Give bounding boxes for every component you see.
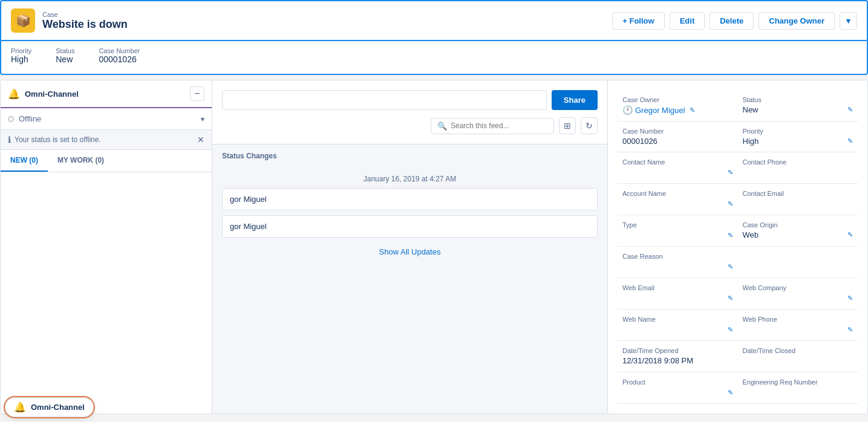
case-reason-field: Case Reason ✎ xyxy=(618,247,738,278)
case-icon: 📦 xyxy=(11,8,35,33)
change-owner-button[interactable]: Change Owner xyxy=(759,12,835,30)
contact-email-value xyxy=(743,199,853,209)
contact-name-field: Contact Name ✎ xyxy=(618,152,738,184)
contact-phone-label: Contact Phone xyxy=(743,158,853,166)
tab-new[interactable]: NEW (0) xyxy=(1,150,48,172)
contact-email-field: Contact Email xyxy=(738,184,858,215)
status-detail-field: Status New ✎ xyxy=(738,90,858,122)
edit-case-origin-icon[interactable]: ✎ xyxy=(847,231,853,239)
case-owner-field: Case Owner 🕐 Gregor Miguel ✎ xyxy=(618,90,738,122)
edit-account-name-icon[interactable]: ✎ xyxy=(728,200,733,208)
delete-button[interactable]: Delete xyxy=(710,12,754,30)
case-title: Website is down xyxy=(42,18,128,31)
engineering-req-label: Engineering Req Number xyxy=(743,378,853,386)
web-phone-field: Web Phone ✎ xyxy=(738,310,858,341)
status-field: Status New xyxy=(56,47,74,64)
feed-top: Share 🔍 ⊞ ↻ xyxy=(212,80,607,144)
case-number-field: Case Number 00001026 xyxy=(99,47,140,64)
case-owner-link[interactable]: Gregor Miguel xyxy=(635,106,685,115)
edit-web-email-icon[interactable]: ✎ xyxy=(728,294,733,302)
web-email-value: ✎ xyxy=(622,293,733,303)
more-actions-button[interactable]: ▾ xyxy=(840,12,857,30)
feed-item-text: gor Miguel xyxy=(230,195,267,204)
feed-item: gor Miguel xyxy=(222,215,598,238)
clock-icon: 🕐 xyxy=(622,105,633,115)
case-meta: Case Website is down xyxy=(42,11,128,31)
edit-product-icon[interactable]: ✎ xyxy=(728,389,733,397)
edit-web-name-icon[interactable]: ✎ xyxy=(728,326,733,334)
type-label: Type xyxy=(622,221,733,229)
edit-case-reason-icon[interactable]: ✎ xyxy=(728,263,733,271)
contact-phone-field: Contact Phone xyxy=(738,152,858,184)
offline-label: Offline xyxy=(19,114,41,123)
feed-input[interactable] xyxy=(222,90,547,110)
share-button[interactable]: Share xyxy=(552,90,598,110)
contact-name-label: Contact Name xyxy=(622,158,733,166)
account-name-value: ✎ xyxy=(622,199,733,209)
edit-status-icon[interactable]: ✎ xyxy=(847,106,853,114)
web-company-field: Web Company ✎ xyxy=(738,278,858,310)
offline-status-left: Offline xyxy=(8,114,41,123)
work-tabs: NEW (0) MY WORK (0) xyxy=(1,150,212,172)
priority-detail-value: High ✎ xyxy=(743,137,853,146)
edit-web-phone-icon[interactable]: ✎ xyxy=(847,326,853,334)
tab-my-work[interactable]: MY WORK (0) xyxy=(48,150,114,172)
type-value: ✎ xyxy=(622,230,733,240)
omni-channel-title: Omni-Channel xyxy=(25,89,79,99)
bottom-omni-channel-bar[interactable]: 🔔 Omni-Channel xyxy=(5,397,94,414)
main-content: 🔔 Omni-Channel − Offline ▾ ℹ Your status… xyxy=(0,80,868,414)
follow-button[interactable]: + Follow xyxy=(612,12,664,30)
omni-channel-title-area: 🔔 Omni-Channel xyxy=(8,88,79,100)
feed-search-box[interactable]: 🔍 xyxy=(431,118,554,134)
bottom-omni-label: Omni-Channel xyxy=(31,403,85,412)
web-phone-label: Web Phone xyxy=(743,316,853,323)
edit-priority-icon[interactable]: ✎ xyxy=(847,137,853,145)
feed-search-input[interactable] xyxy=(451,122,547,130)
case-reason-value: ✎ xyxy=(622,262,733,271)
date-closed-value xyxy=(743,356,853,366)
refresh-icon-button[interactable]: ↻ xyxy=(581,117,598,134)
contact-phone-value xyxy=(743,167,853,177)
status-notice-close-button[interactable]: ✕ xyxy=(197,135,204,144)
search-icon: 🔍 xyxy=(437,122,447,131)
status-detail-label: Status xyxy=(743,96,853,103)
filter-icon-button[interactable]: ⊞ xyxy=(559,117,576,134)
details-panel: Case Owner 🕐 Gregor Miguel ✎ Status New … xyxy=(607,80,867,414)
offline-status-row: Offline ▾ xyxy=(1,108,212,130)
case-label: Case xyxy=(42,11,128,18)
edit-owner-icon[interactable]: ✎ xyxy=(690,106,695,114)
feed-section-title: Status Changes xyxy=(222,152,598,160)
omni-channel-icon: 🔔 xyxy=(8,88,20,100)
feed-input-row: Share xyxy=(222,90,598,110)
status-notice-text: Your status is set to offline. xyxy=(15,135,101,144)
status-notice-content: ℹ Your status is set to offline. xyxy=(8,135,101,144)
edit-button[interactable]: Edit xyxy=(670,12,705,30)
info-icon: ℹ xyxy=(8,135,11,144)
web-name-value: ✎ xyxy=(622,325,733,334)
bottom-omni-icon: 🔔 xyxy=(14,401,26,413)
product-label: Product xyxy=(622,378,733,386)
case-number-detail-field: Case Number 00001026 xyxy=(618,122,738,152)
case-origin-field: Case Origin Web ✎ xyxy=(738,215,858,247)
priority-value: High xyxy=(11,54,31,64)
edit-web-company-icon[interactable]: ✎ xyxy=(847,294,853,302)
case-owner-label: Case Owner xyxy=(622,96,733,103)
contact-name-value: ✎ xyxy=(622,167,733,177)
status-value: New xyxy=(56,54,74,64)
omni-minimize-button[interactable]: − xyxy=(190,86,204,101)
header-left: 📦 Case Website is down xyxy=(11,8,128,33)
edit-type-icon[interactable]: ✎ xyxy=(728,232,733,239)
feed-panel: Share 🔍 ⊞ ↻ Status Changes January 16, 2… xyxy=(212,80,607,414)
priority-label: Priority xyxy=(11,47,31,54)
edit-contact-name-icon[interactable]: ✎ xyxy=(728,169,733,177)
chevron-down-icon[interactable]: ▾ xyxy=(201,115,204,123)
feed-timestamp: January 16, 2019 at 4:27 AM xyxy=(222,165,598,188)
case-number-detail-label: Case Number xyxy=(622,128,733,135)
case-number-detail-value: 00001026 xyxy=(622,137,733,146)
work-tab-content xyxy=(1,172,212,414)
product-field: Product ✎ xyxy=(618,372,738,404)
web-phone-value: ✎ xyxy=(743,325,853,334)
account-name-label: Account Name xyxy=(622,190,733,197)
show-all-updates-link[interactable]: Show All Updates xyxy=(222,242,598,261)
feed-search-row: 🔍 ⊞ ↻ xyxy=(222,117,598,134)
